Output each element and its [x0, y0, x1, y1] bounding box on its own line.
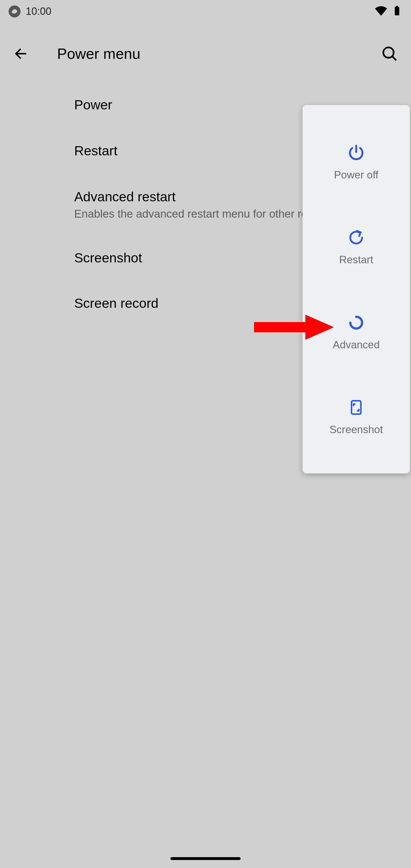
popup-label: Advanced: [333, 339, 380, 351]
advanced-restart-icon: [346, 313, 366, 333]
power-menu-popup: Power off Restart Advanced Screenshot: [303, 105, 410, 473]
restart-icon: [346, 227, 366, 248]
back-button[interactable]: [8, 41, 34, 66]
search-button[interactable]: [377, 41, 403, 66]
svg-point-3: [383, 48, 393, 58]
screenshot-icon: [346, 398, 366, 417]
popup-label: Restart: [339, 254, 373, 266]
popup-screenshot[interactable]: Screenshot: [303, 395, 410, 439]
app-bar: Power menu: [0, 23, 411, 85]
svg-rect-2: [396, 6, 398, 7]
battery-icon: [391, 4, 403, 19]
svg-rect-4: [352, 401, 361, 414]
wifi-icon: [375, 4, 388, 19]
page-title: Power menu: [57, 45, 377, 62]
power-icon: [346, 143, 366, 163]
popup-power-off[interactable]: Power off: [303, 140, 410, 184]
nav-handle[interactable]: [170, 857, 241, 860]
svg-rect-5: [254, 322, 306, 332]
popup-restart[interactable]: Restart: [303, 225, 410, 269]
svg-rect-1: [395, 7, 399, 16]
popup-label: Screenshot: [329, 424, 383, 436]
popup-label: Power off: [334, 169, 378, 181]
status-time: 10:00: [26, 5, 51, 18]
app-notification-icon: [8, 5, 21, 18]
popup-advanced[interactable]: Advanced: [303, 310, 410, 354]
status-bar: 10:00: [0, 0, 411, 23]
